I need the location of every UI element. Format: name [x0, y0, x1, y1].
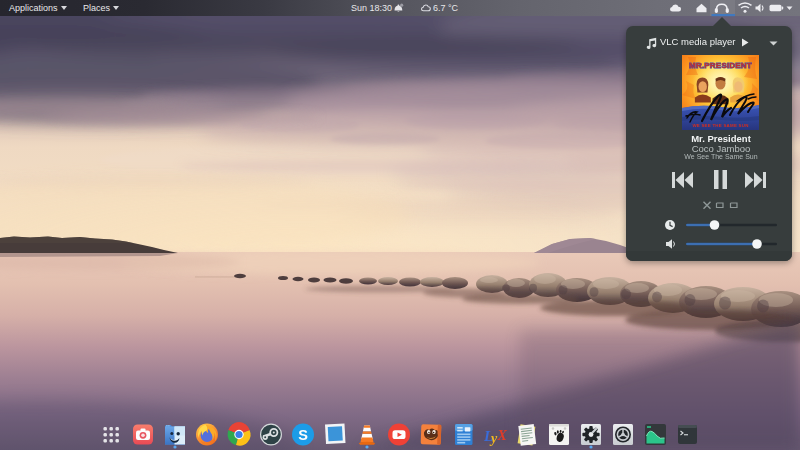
svg-text:WE SEE THE SAME SUN: WE SEE THE SAME SUN [692, 123, 748, 128]
svg-text:MR.PRESIDENT: MR.PRESIDENT [689, 61, 752, 70]
